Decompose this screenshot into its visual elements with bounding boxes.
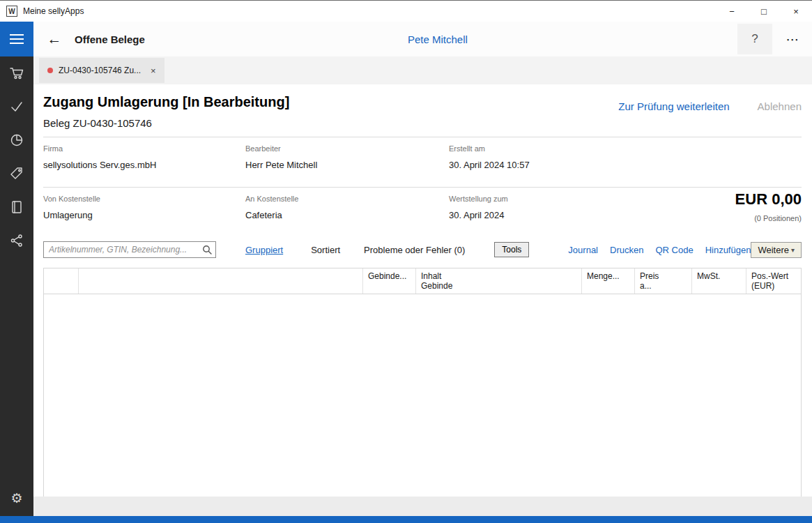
app-window: W Meine sellyApps − □ × ← Offene Belege … <box>0 0 812 523</box>
positions-table: Gebinde... Inhalt Gebinde Menge... Preis… <box>43 268 802 498</box>
tab-strip: ZU-0430-105746 Zu... × <box>33 56 812 84</box>
window-controls: − □ × <box>716 1 812 22</box>
main-content: Zugang Umlagerung [In Bearbeitung] Beleg… <box>33 84 812 497</box>
field-label: Bearbeiter <box>245 144 449 153</box>
field-firma: Firma sellysolutions Serv.ges.mbH <box>43 144 245 170</box>
window-title: Meine sellyApps <box>23 6 84 16</box>
total-positions: (0 Positionen) <box>735 214 802 222</box>
book-icon <box>9 199 24 215</box>
sidebar-nav: ⚙ <box>0 56 33 516</box>
table-header: Gebinde... Inhalt Gebinde Menge... Preis… <box>43 268 802 294</box>
sidebar-item-cart[interactable] <box>0 56 33 90</box>
problems-filter[interactable]: Probleme oder Fehler (0) <box>364 245 465 255</box>
close-button[interactable]: × <box>780 1 812 22</box>
tab-document[interactable]: ZU-0430-105746 Zu... × <box>39 58 164 83</box>
tab-close-icon[interactable]: × <box>151 66 156 76</box>
hamburger-menu-button[interactable] <box>0 22 33 56</box>
field-bearbeiter: Bearbeiter Herr Pete Mitchell <box>245 144 449 170</box>
minimize-button[interactable]: − <box>716 1 748 22</box>
settings-button[interactable]: ⚙ <box>0 481 33 515</box>
accent-bottom-bar <box>0 516 812 523</box>
app-header: ← Offene Belege Pete Mitchell ? ⋯ <box>0 22 812 56</box>
tools-button[interactable]: Tools <box>494 242 529 257</box>
document-subtitle: Beleg ZU-0430-105746 <box>43 117 289 129</box>
gear-icon: ⚙ <box>10 490 22 506</box>
app-logo-icon: W <box>6 6 17 17</box>
search-input[interactable] <box>43 241 216 258</box>
document-header: Zugang Umlagerung [In Bearbeitung] Beleg… <box>43 94 802 129</box>
window-titlebar: W Meine sellyApps − □ × <box>0 1 812 22</box>
field-label: An Kostenstelle <box>245 195 449 203</box>
field-value: 30. April 2024 10:57 <box>449 160 802 170</box>
more-dropdown-button[interactable]: Weitere ▾ <box>751 242 802 258</box>
maximize-button[interactable]: □ <box>748 1 780 22</box>
search-box <box>43 241 216 258</box>
tab-label: ZU-0430-105746 Zu... <box>59 66 141 75</box>
field-value: Cafeteria <box>245 210 449 220</box>
sidebar-item-articles[interactable] <box>0 157 33 190</box>
document-title: Zugang Umlagerung [In Bearbeitung] <box>43 94 289 110</box>
journal-link[interactable]: Journal <box>568 245 598 255</box>
field-value: Herr Pete Mitchell <box>245 160 449 170</box>
reject-link[interactable]: Ablehnen <box>758 100 802 112</box>
column-header-inhalt-gebinde[interactable]: Inhalt Gebinde <box>416 268 582 294</box>
column-header-select[interactable] <box>44 268 79 294</box>
page-title: Offene Belege <box>75 33 145 45</box>
more-options-button[interactable]: ⋯ <box>777 24 808 54</box>
grouped-toggle[interactable]: Gruppiert <box>245 245 283 255</box>
status-footer <box>33 497 812 516</box>
toolbar-links: Journal Drucken QR Code Hinzufügen <box>568 245 751 255</box>
help-button[interactable]: ? <box>737 24 772 54</box>
total-amount: EUR 0,00 <box>735 190 802 209</box>
add-link[interactable]: Hinzufügen <box>705 245 751 255</box>
hamburger-icon <box>10 34 24 36</box>
fields-row-1: Firma sellysolutions Serv.ges.mbH Bearbe… <box>43 137 802 179</box>
column-header-pos-wert[interactable]: Pos.-Wert (EUR) <box>746 268 801 294</box>
modified-dot-icon <box>47 68 53 73</box>
document-total: EUR 0,00 (0 Positionen) <box>735 190 802 222</box>
column-header-menge[interactable]: Menge... <box>582 268 635 294</box>
field-von-kostenstelle: Von Kostenstelle Umlagerung <box>43 195 245 220</box>
sidebar-item-share[interactable] <box>0 224 33 257</box>
column-header-mwst[interactable]: MwSt. <box>692 268 746 294</box>
sidebar-item-reports[interactable] <box>0 123 33 157</box>
table-body-empty <box>43 294 802 498</box>
field-value: sellysolutions Serv.ges.mbH <box>43 160 245 170</box>
field-label: Von Kostenstelle <box>43 195 245 203</box>
positions-toolbar: Gruppiert Sortiert Probleme oder Fehler … <box>43 241 802 259</box>
share-icon <box>9 233 24 248</box>
cart-icon <box>9 66 24 81</box>
field-an-kostenstelle: An Kostenstelle Cafeteria <box>245 195 449 220</box>
print-link[interactable]: Drucken <box>610 245 643 255</box>
tag-icon <box>9 166 24 181</box>
pie-chart-icon <box>9 132 24 148</box>
checkmark-icon <box>9 99 24 114</box>
chevron-down-icon: ▾ <box>791 246 795 254</box>
column-header-gebinde[interactable]: Gebinde... <box>363 268 416 294</box>
sorted-toggle[interactable]: Sortiert <box>311 245 340 255</box>
document-actions: Zur Prüfung weiterleiten Ablehnen <box>618 100 802 112</box>
sidebar-item-documents[interactable] <box>0 190 33 224</box>
field-label: Firma <box>43 144 245 153</box>
qr-code-link[interactable]: QR Code <box>655 245 693 255</box>
fields-row-2: Von Kostenstelle Umlagerung An Kostenste… <box>43 188 802 229</box>
field-value: Umlagerung <box>43 210 245 220</box>
more-dropdown-label: Weitere <box>758 245 789 255</box>
field-label: Erstellt am <box>449 144 802 153</box>
back-button[interactable]: ← <box>43 31 66 47</box>
field-erstellt-am: Erstellt am 30. April 2024 10:57 <box>449 144 802 170</box>
column-header-preis[interactable]: Preis a... <box>635 268 692 294</box>
forward-for-review-link[interactable]: Zur Prüfung weiterleiten <box>618 100 729 112</box>
current-user-link[interactable]: Pete Mitchell <box>408 22 468 56</box>
sidebar-item-approvals[interactable] <box>0 90 33 123</box>
document-title-block: Zugang Umlagerung [In Bearbeitung] Beleg… <box>43 94 289 129</box>
column-header-description[interactable] <box>79 268 363 294</box>
